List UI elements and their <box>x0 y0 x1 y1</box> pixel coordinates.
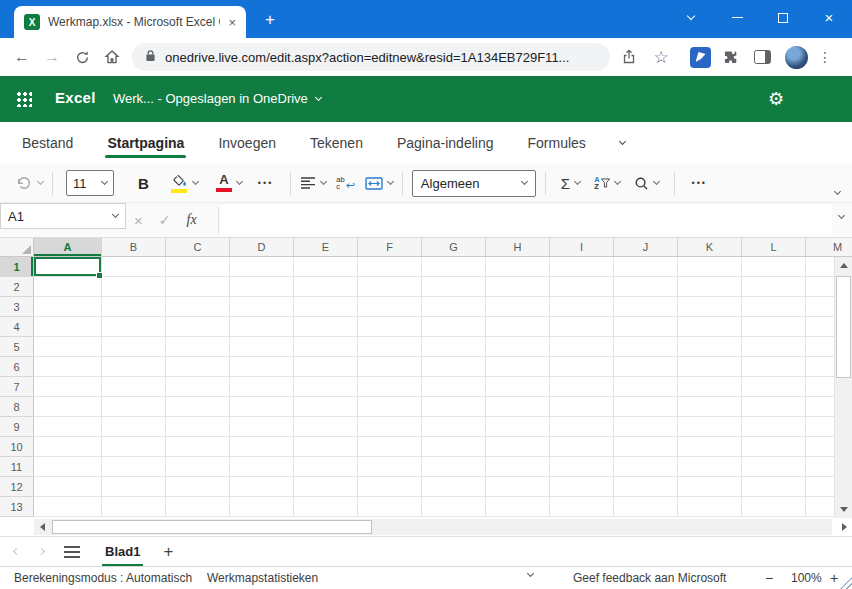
cell-F12[interactable] <box>358 477 422 497</box>
font-overflow-button[interactable]: ••• <box>258 178 273 188</box>
cell-G11[interactable] <box>422 457 486 477</box>
prev-sheet-chevron-icon[interactable] <box>13 548 20 555</box>
cell-B9[interactable] <box>102 417 166 437</box>
cell-L3[interactable] <box>742 297 806 317</box>
cell-H1[interactable] <box>486 257 550 277</box>
cell-E6[interactable] <box>294 357 358 377</box>
minimize-icon[interactable] <box>714 0 760 35</box>
row-header-4[interactable]: 4 <box>0 317 34 337</box>
cell-G12[interactable] <box>422 477 486 497</box>
cell-D8[interactable] <box>230 397 294 417</box>
cell-H9[interactable] <box>486 417 550 437</box>
cell-B2[interactable] <box>102 277 166 297</box>
cell-G10[interactable] <box>422 437 486 457</box>
cell-I10[interactable] <box>550 437 614 457</box>
row-header-2[interactable]: 2 <box>0 277 34 297</box>
workbook-statistics[interactable]: Werkmapstatistieken <box>207 571 318 585</box>
share-page-icon[interactable] <box>616 44 642 70</box>
cell-C13[interactable] <box>166 497 230 517</box>
cell-K1[interactable] <box>678 257 742 277</box>
cell-L4[interactable] <box>742 317 806 337</box>
tab-formules[interactable]: Formules <box>527 122 585 164</box>
cell-L12[interactable] <box>742 477 806 497</box>
cell-E13[interactable] <box>294 497 358 517</box>
cell-J2[interactable] <box>614 277 678 297</box>
cell-G9[interactable] <box>422 417 486 437</box>
cell-J9[interactable] <box>614 417 678 437</box>
tab-invoegen[interactable]: Invoegen <box>218 122 276 164</box>
horizontal-scrollbar[interactable] <box>0 518 852 536</box>
cell-K7[interactable] <box>678 377 742 397</box>
cell-E10[interactable] <box>294 437 358 457</box>
gear-icon[interactable]: ⚙ <box>768 88 784 110</box>
new-tab-button[interactable]: + <box>258 8 282 32</box>
cell-D10[interactable] <box>230 437 294 457</box>
tab-tekenen[interactable]: Tekenen <box>310 122 363 164</box>
cell-I5[interactable] <box>550 337 614 357</box>
cell-J4[interactable] <box>614 317 678 337</box>
window-close-icon[interactable]: × <box>806 0 852 35</box>
cell-C11[interactable] <box>166 457 230 477</box>
cell-J1[interactable] <box>614 257 678 277</box>
cell-B1[interactable] <box>102 257 166 277</box>
column-header-G[interactable]: G <box>422 238 486 257</box>
home-icon[interactable] <box>98 43 126 71</box>
row-header-9[interactable]: 9 <box>0 417 34 437</box>
sheet-tab-blad1[interactable]: Blad1 <box>102 537 143 567</box>
scroll-left-icon[interactable] <box>40 523 45 531</box>
cell-E7[interactable] <box>294 377 358 397</box>
cell-C5[interactable] <box>166 337 230 357</box>
cell-J7[interactable] <box>614 377 678 397</box>
vertical-scrollbar-thumb[interactable] <box>836 276 851 378</box>
cell-E8[interactable] <box>294 397 358 417</box>
column-header-L[interactable]: L <box>742 238 806 257</box>
alignment-button[interactable] <box>300 177 326 189</box>
cell-F3[interactable] <box>358 297 422 317</box>
cell-K13[interactable] <box>678 497 742 517</box>
cell-F2[interactable] <box>358 277 422 297</box>
cell-G5[interactable] <box>422 337 486 357</box>
cell-C1[interactable] <box>166 257 230 277</box>
cell-F8[interactable] <box>358 397 422 417</box>
cell-G3[interactable] <box>422 297 486 317</box>
cell-K11[interactable] <box>678 457 742 477</box>
cell-D6[interactable] <box>230 357 294 377</box>
cell-I7[interactable] <box>550 377 614 397</box>
row-header-8[interactable]: 8 <box>0 397 34 417</box>
cell-A1[interactable] <box>34 257 102 277</box>
cell-B11[interactable] <box>102 457 166 477</box>
cell-K6[interactable] <box>678 357 742 377</box>
autosum-button[interactable]: Σ <box>561 175 580 192</box>
app-launcher-waffle-icon[interactable] <box>16 91 32 107</box>
cell-F11[interactable] <box>358 457 422 477</box>
cell-D9[interactable] <box>230 417 294 437</box>
cell-I2[interactable] <box>550 277 614 297</box>
cell-L7[interactable] <box>742 377 806 397</box>
cell-B5[interactable] <box>102 337 166 357</box>
fill-color-button[interactable] <box>171 174 198 193</box>
horizontal-scrollbar-track[interactable] <box>34 519 832 535</box>
cell-A6[interactable] <box>34 357 102 377</box>
forward-icon[interactable]: → <box>38 43 66 71</box>
cell-C12[interactable] <box>166 477 230 497</box>
zoom-level[interactable]: 100% <box>791 571 822 585</box>
tab-bestand[interactable]: Bestand <box>22 122 73 164</box>
formula-input[interactable] <box>220 205 832 236</box>
cell-H10[interactable] <box>486 437 550 457</box>
browser-tab[interactable]: X Werkmap.xlsx - Microsoft Excel O × <box>14 6 246 38</box>
cell-A11[interactable] <box>34 457 102 477</box>
column-header-M[interactable]: M <box>806 238 852 257</box>
zoom-out-button[interactable]: − <box>765 570 773 586</box>
cell-L1[interactable] <box>742 257 806 277</box>
cell-D3[interactable] <box>230 297 294 317</box>
column-header-F[interactable]: F <box>358 238 422 257</box>
row-header-11[interactable]: 11 <box>0 457 34 477</box>
cell-B8[interactable] <box>102 397 166 417</box>
confirm-icon[interactable]: ✓ <box>159 212 171 228</box>
cell-D7[interactable] <box>230 377 294 397</box>
cell-K10[interactable] <box>678 437 742 457</box>
next-sheet-chevron-icon[interactable] <box>38 548 45 555</box>
cell-D2[interactable] <box>230 277 294 297</box>
cell-E2[interactable] <box>294 277 358 297</box>
cell-I1[interactable] <box>550 257 614 277</box>
